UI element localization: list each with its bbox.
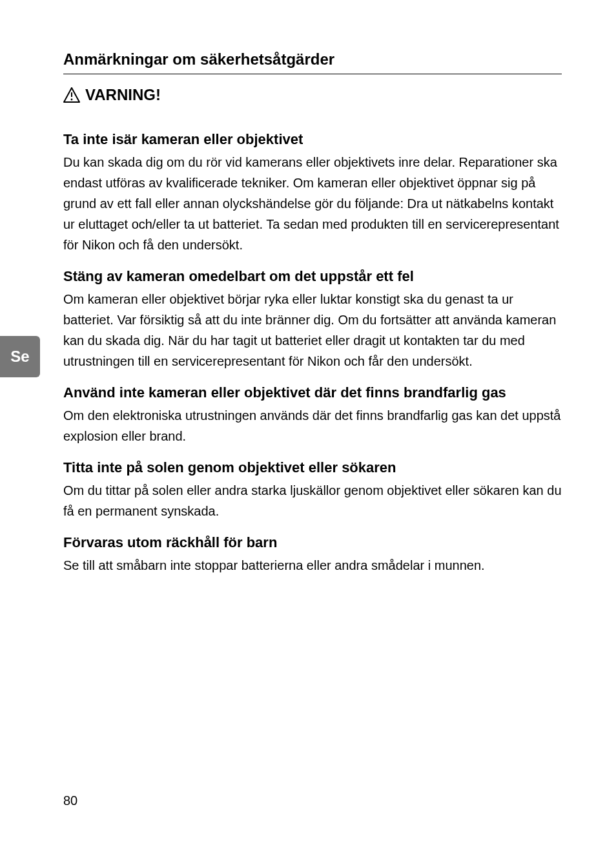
warning-label: VARNING!: [85, 86, 161, 104]
block-heading: Stäng av kameran omedelbart om det uppst…: [63, 268, 562, 285]
block-heading: Ta inte isär kameran eller objektivet: [63, 131, 562, 148]
page-number: 80: [63, 793, 77, 808]
block-heading: Använd inte kameran eller objektivet där…: [63, 384, 562, 401]
warning-row: VARNING!: [63, 86, 562, 104]
safety-block: Ta inte isär kameran eller objektivet Du…: [63, 131, 562, 255]
block-heading: Titta inte på solen genom objektivet ell…: [63, 459, 562, 476]
warning-triangle-icon: [63, 87, 80, 103]
block-body: Om den elektroniska utrustningen används…: [63, 405, 562, 446]
page-content: Anmärkningar om säkerhetsåtgärder VARNIN…: [0, 0, 616, 576]
safety-block: Stäng av kameran omedelbart om det uppst…: [63, 268, 562, 371]
language-tab: Se: [0, 336, 40, 377]
section-title: Anmärkningar om säkerhetsåtgärder: [63, 50, 562, 74]
safety-block: Titta inte på solen genom objektivet ell…: [63, 459, 562, 521]
safety-block: Använd inte kameran eller objektivet där…: [63, 384, 562, 446]
block-body: Om du tittar på solen eller andra starka…: [63, 480, 562, 521]
block-body: Du kan skada dig om du rör vid kamerans …: [63, 152, 562, 255]
block-heading: Förvaras utom räckhåll för barn: [63, 534, 562, 551]
safety-block: Förvaras utom räckhåll för barn Se till …: [63, 534, 562, 576]
block-body: Om kameran eller objektivet börjar ryka …: [63, 289, 562, 371]
svg-point-1: [71, 99, 73, 101]
block-body: Se till att småbarn inte stoppar batteri…: [63, 555, 562, 576]
